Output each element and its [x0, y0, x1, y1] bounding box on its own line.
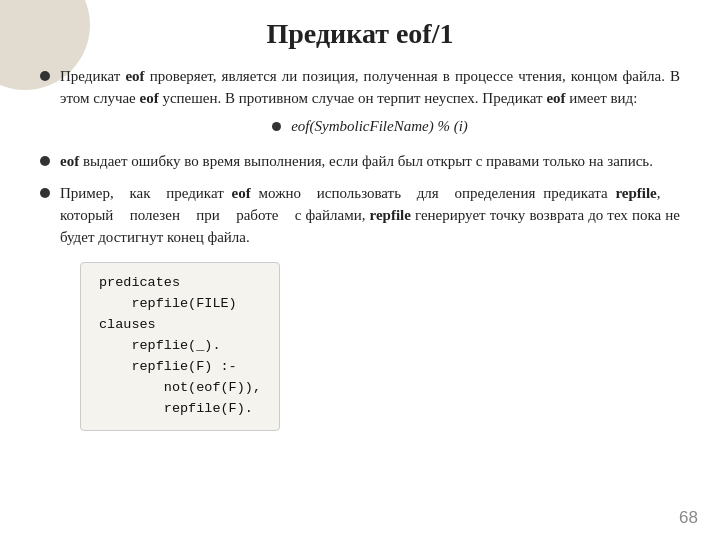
sub-bullet: eof(SymbolicFileName) % (i): [60, 116, 680, 138]
page-content: Предикат eof/1 Предикат eof проверяет, я…: [0, 0, 720, 459]
list-item: Предикат eof проверяет, является ли пози…: [40, 66, 680, 141]
bullet-dot: [40, 71, 50, 81]
bullet-list: Предикат eof проверяет, является ли пози…: [40, 66, 680, 431]
list-item: Пример, как предикат eof можно использов…: [40, 183, 680, 431]
page-number: 68: [679, 508, 698, 528]
bullet-text: Предикат eof проверяет, является ли пози…: [60, 66, 680, 141]
bold-eof5: eof: [232, 185, 251, 201]
bold-eof2: eof: [140, 90, 159, 106]
bold-repfile2: repfile: [370, 207, 411, 223]
code-block: predicates repfile(FILE) clauses repflie…: [80, 262, 280, 430]
bold-eof4: eof: [60, 153, 79, 169]
bullet-text: eof выдает ошибку во время выполнения, е…: [60, 151, 680, 173]
bullet-dot: [40, 156, 50, 166]
bold-repfile1: repfile: [615, 185, 656, 201]
sub-dot: [272, 122, 281, 131]
bullet-dot: [40, 188, 50, 198]
sub-text: eof(SymbolicFileName) % (i): [291, 116, 468, 138]
page-title: Предикат eof/1: [40, 18, 680, 50]
bullet-text: Пример, как предикат eof можно использов…: [60, 183, 680, 248]
list-item: eof выдает ошибку во время выполнения, е…: [40, 151, 680, 173]
bold-eof: eof: [125, 68, 144, 84]
bold-eof3: eof: [546, 90, 565, 106]
